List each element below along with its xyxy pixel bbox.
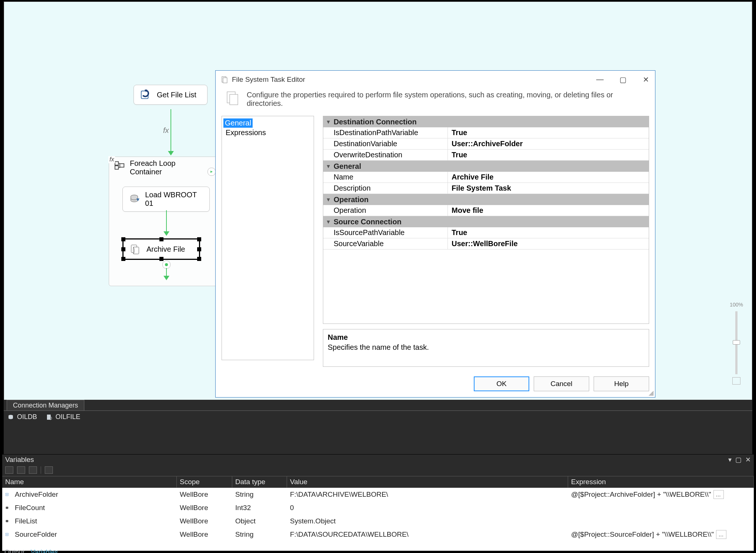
prop-row[interactable]: OperationMove file (323, 205, 649, 216)
foreach-loop-container[interactable]: fx Foreach Loop Container Load WBROOT 01 (109, 157, 220, 286)
precedence-arrow-2[interactable] (166, 210, 167, 232)
prop-category-operation[interactable]: ▾Operation (323, 194, 649, 205)
variables-header-datatype[interactable]: Data type (232, 476, 287, 487)
variable-scope: WellBore (177, 489, 232, 500)
nav-item-expressions[interactable]: Expressions (223, 128, 312, 138)
variables-header-name[interactable]: Name (2, 476, 177, 487)
help-button[interactable]: Help (594, 376, 649, 391)
variable-row[interactable]: SourceFolderWellBoreStringF:\DATA\SOURCE… (2, 528, 754, 541)
connector-fx-label: fx (163, 126, 169, 135)
toolbar-delete-variable[interactable] (17, 466, 25, 474)
window-maximize-button[interactable]: ▢ (619, 75, 627, 84)
prop-category-source[interactable]: ▾Source Connection (323, 216, 649, 227)
resize-handle[interactable] (159, 257, 163, 261)
resize-handle[interactable] (197, 257, 201, 261)
container-connector-right[interactable] (207, 168, 216, 176)
panel-pin-icon[interactable]: ▢ (735, 456, 742, 464)
variable-name: ArchiveFolder (12, 489, 177, 500)
toolbar-separator (41, 466, 41, 474)
connector-source-glyph[interactable] (162, 261, 171, 269)
prop-row[interactable]: OverwriteDestinationTrue (323, 150, 649, 161)
connection-item-oildb[interactable]: OILDB (7, 413, 37, 421)
nav-item-general[interactable]: General (223, 118, 253, 128)
toolbar-grid-options[interactable] (45, 466, 53, 474)
zoom-track[interactable] (735, 311, 738, 374)
ok-button[interactable]: OK (474, 376, 529, 391)
svg-rect-2 (115, 162, 118, 165)
tab-variables[interactable]: Variables (28, 548, 60, 553)
panel-menu-icon[interactable]: ▾ (728, 456, 732, 464)
precedence-arrow-1[interactable] (171, 109, 171, 152)
variables-header-scope[interactable]: Scope (177, 476, 232, 487)
window-minimize-button[interactable]: — (596, 75, 604, 84)
zoom-fit-button[interactable] (732, 377, 740, 385)
prop-category-general[interactable]: ▾General (323, 161, 649, 172)
toolbar-add-variable[interactable] (5, 466, 13, 474)
property-help-name: Name (328, 333, 644, 342)
expression-editor-button[interactable]: … (713, 490, 724, 499)
variable-value[interactable]: F:\DATA\ARCHIVE\WELBORE\ (287, 489, 568, 500)
file-connection-icon (46, 414, 53, 420)
variables-header-value[interactable]: Value (287, 476, 568, 487)
prop-row[interactable]: DestinationVariableUser::ArchiveFolder (323, 138, 649, 150)
resize-handle[interactable] (121, 237, 125, 241)
resize-handle[interactable] (159, 237, 163, 241)
expression-editor-button[interactable]: … (716, 530, 726, 539)
resize-handle[interactable] (197, 247, 201, 251)
variable-row[interactable]: FileListWellBoreObjectSystem.Object (2, 515, 754, 528)
task-load-wbroot[interactable]: Load WBROOT 01 (122, 187, 210, 212)
prop-row[interactable]: DescriptionFile System Task (323, 183, 649, 194)
variable-expression[interactable]: @[$Project::ArchiveFolder] + "\\WELBORE\… (568, 489, 754, 500)
connection-item-oilfile[interactable]: OILFILE (46, 413, 80, 421)
zoom-slider[interactable]: 100% (728, 302, 745, 385)
zoom-thumb[interactable] (733, 340, 740, 345)
toolbar-move-variable[interactable] (29, 466, 37, 474)
variable-type-icon (2, 530, 12, 539)
variable-value[interactable]: F:\DATA\SOURCEDATA\WELLBORE\ (287, 529, 568, 540)
variable-value[interactable]: 0 (287, 502, 568, 513)
variable-row[interactable]: FileCountWellBoreInt320 (2, 501, 754, 515)
resize-handle[interactable] (121, 247, 125, 251)
dialog-title-icon (221, 76, 228, 83)
connection-managers-tab[interactable]: Connection Managers (7, 400, 84, 410)
expression-badge: fx (108, 156, 115, 163)
variable-type-icon (2, 516, 12, 526)
variable-expression[interactable] (568, 506, 754, 509)
variables-rows: ArchiveFolderWellBoreStringF:\DATA\ARCHI… (2, 488, 754, 551)
dialog-subtitle: Configure the properties required to per… (247, 91, 645, 108)
variables-panel: Variables ▾ ▢ ✕ Name Scope Data type Val… (2, 455, 754, 551)
zoom-percent: 100% (728, 302, 745, 308)
precedence-arrow-3[interactable] (166, 268, 167, 277)
task-get-file-list-label: Get File List (157, 91, 196, 99)
prop-row[interactable]: NameArchive File (323, 172, 649, 183)
chevron-down-icon: ▾ (323, 218, 334, 225)
variables-header-expression[interactable]: Expression (568, 476, 754, 487)
prop-row[interactable]: SourceVariableUser::WellBoreFile (323, 238, 649, 249)
variables-panel-title: Variables (5, 456, 34, 464)
variable-name: FileCount (12, 502, 177, 513)
variable-datatype: Int32 (232, 502, 287, 513)
resize-handle[interactable] (197, 237, 201, 241)
window-close-button[interactable]: ✕ (642, 75, 650, 84)
data-flow-icon (129, 193, 140, 205)
tab-output[interactable]: Output (2, 548, 27, 553)
dialog-header-icon (226, 91, 240, 105)
prop-category-destination[interactable]: ▾Destination Connection (323, 116, 649, 127)
variable-expression[interactable]: @[$Project::SourceFolder] + "\\WELLBORE\… (568, 529, 754, 540)
panel-close-icon[interactable]: ✕ (745, 456, 751, 464)
dialog-resize-grip[interactable] (648, 391, 654, 396)
variable-value[interactable]: System.Object (287, 516, 568, 527)
variable-row[interactable]: ArchiveFolderWellBoreStringF:\DATA\ARCHI… (2, 488, 754, 501)
svg-rect-19 (223, 78, 227, 83)
prop-row[interactable]: IsDestinationPathVariableTrue (323, 127, 649, 138)
resize-handle[interactable] (121, 257, 125, 261)
task-get-file-list[interactable]: Get File List (134, 85, 207, 105)
svg-rect-0 (141, 91, 148, 99)
foreach-loop-label: Foreach Loop Container (130, 159, 175, 176)
variable-name: FileList (12, 516, 177, 527)
variable-expression[interactable] (568, 520, 754, 523)
variable-scope: WellBore (177, 516, 232, 527)
cancel-button[interactable]: Cancel (534, 376, 589, 391)
task-archive-file[interactable]: Archive File (122, 238, 200, 260)
prop-row[interactable]: IsSourcePathVariableTrue (323, 227, 649, 238)
